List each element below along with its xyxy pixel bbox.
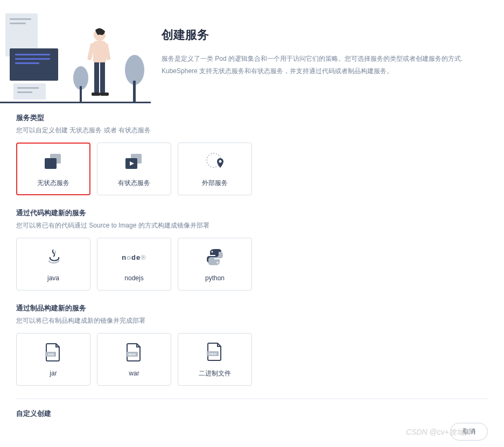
card-label: 二进制文件 — [199, 369, 231, 378]
layers-icon — [43, 151, 64, 172]
card-label: 外部服务 — [202, 179, 228, 188]
footer: 取消 — [0, 416, 504, 431]
card-stateless-service[interactable]: 无状态服务 — [16, 143, 90, 195]
nodejs-icon: node® — [123, 246, 145, 268]
page-header: 创建服务 服务是定义了一类 Pod 的逻辑集合和一个用于访问它们的策略。您可选择… — [0, 0, 504, 113]
svg-text:01010: 01010 — [209, 352, 216, 356]
svg-rect-8 — [92, 93, 100, 96]
svg-rect-9 — [100, 93, 109, 96]
svg-point-2 — [125, 55, 144, 85]
svg-rect-13 — [45, 158, 57, 169]
card-label: nodejs — [124, 274, 143, 282]
section-build-from-artifact: 通过制品构建新的服务 您可以将已有制品构建成新的镜像并完成部署 JAR jar … — [16, 303, 488, 386]
cancel-button[interactable]: 取消 — [450, 423, 488, 431]
section-service-type: 服务类型 您可以自定义创建 无状态服务 或者 有状态服务 无状态服务 有状态服务… — [16, 113, 488, 195]
section-desc: 您可以自定义创建 无状态服务 或者 有状态服务 — [16, 126, 488, 135]
svg-text:WAR: WAR — [128, 353, 136, 356]
card-label: jar — [50, 370, 57, 377]
section-build-from-code: 通过代码构建新的服务 您可以将已有的代码通过 Source to Image 的… — [16, 208, 488, 290]
play-layers-icon — [123, 151, 145, 172]
section-title: 通过代码构建新的服务 — [16, 208, 488, 218]
header-illustration — [0, 11, 151, 102]
card-label: 有状态服务 — [118, 179, 150, 188]
svg-point-18 — [212, 251, 213, 253]
war-file-icon: WAR — [123, 342, 145, 363]
globe-pin-icon — [204, 151, 226, 172]
page-desc-1: 服务是定义了一类 Pod 的逻辑集合和一个用于访问它们的策略。您可选择服务的类型… — [162, 53, 488, 65]
card-war[interactable]: WAR war — [97, 333, 171, 386]
java-icon — [43, 246, 64, 268]
page-title: 创建服务 — [162, 27, 488, 43]
svg-point-19 — [217, 262, 219, 264]
card-external-service[interactable]: 外部服务 — [178, 143, 252, 195]
svg-text:JAR: JAR — [47, 353, 54, 356]
svg-rect-7 — [100, 62, 105, 94]
section-desc: 您可以将已有的代码通过 Source to Image 的方式构建成镜像并部署 — [16, 221, 488, 230]
python-icon — [204, 246, 226, 268]
svg-point-17 — [219, 160, 222, 162]
svg-rect-3 — [133, 81, 136, 102]
jar-file-icon: JAR — [43, 342, 64, 363]
section-title: 服务类型 — [16, 113, 488, 123]
card-jar[interactable]: JAR jar — [16, 333, 90, 386]
card-stateful-service[interactable]: 有状态服务 — [97, 143, 171, 195]
card-nodejs[interactable]: node® nodejs — [97, 238, 171, 290]
section-desc: 您可以将已有制品构建成新的镜像并完成部署 — [16, 316, 488, 325]
card-label: java — [47, 274, 59, 282]
section-title: 通过制品构建新的服务 — [16, 303, 488, 313]
person-icon — [83, 27, 116, 102]
section-custom: 自定义创建 — [16, 399, 488, 418]
svg-rect-1 — [80, 86, 82, 102]
binary-file-icon: 01010 — [204, 341, 226, 363]
tree-icon — [121, 54, 148, 102]
card-java[interactable]: java — [16, 238, 90, 290]
card-label: python — [205, 274, 225, 282]
card-label: 无状态服务 — [37, 179, 69, 188]
card-binary[interactable]: 01010 二进制文件 — [178, 333, 252, 386]
card-python[interactable]: python — [178, 238, 252, 290]
card-label: war — [129, 370, 139, 377]
page-desc-2: KubeSphere 支持无状态服务和有状态服务，并支持通过代码或者制品构建服务… — [162, 65, 488, 77]
svg-rect-6 — [94, 62, 99, 94]
